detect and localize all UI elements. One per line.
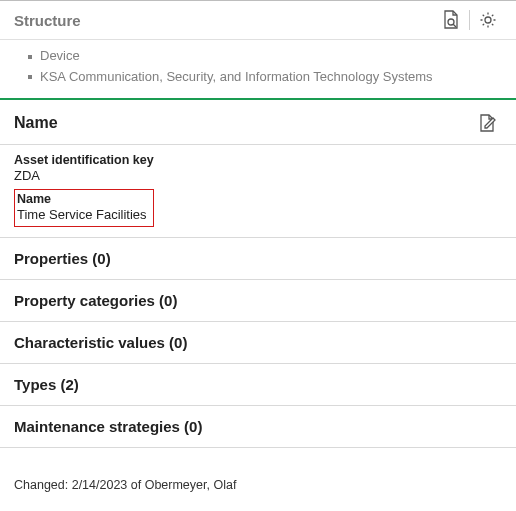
section-types[interactable]: Types (2) (0, 364, 516, 406)
structure-actions (437, 7, 502, 33)
svg-line-1 (453, 24, 456, 27)
svg-point-0 (448, 19, 454, 25)
asset-key-value: ZDA (14, 168, 502, 183)
name-label: Name (17, 192, 147, 206)
tree-node-child[interactable]: KSA Communication, Security, and Informa… (28, 67, 502, 88)
section-properties[interactable]: Properties (0) (0, 238, 516, 280)
bullet-icon (28, 75, 32, 79)
tree-node-label: KSA Communication, Security, and Informa… (40, 69, 433, 84)
asset-key-label: Asset identification key (14, 153, 502, 167)
changed-footer: Changed: 2/14/2023 of Obermeyer, Olaf (0, 448, 516, 502)
name-value: Time Service Facilities (17, 207, 147, 222)
tree-node-device[interactable]: Device KSA Communication, Security, and … (28, 46, 502, 88)
section-maintenance-strategies[interactable]: Maintenance strategies (0) (0, 406, 516, 448)
structure-tree: Device KSA Communication, Security, and … (0, 40, 516, 100)
document-search-icon[interactable] (437, 7, 465, 33)
name-section-body: Asset identification key ZDA Name Time S… (0, 145, 516, 238)
name-section-header: Name (0, 100, 516, 145)
icon-divider (469, 10, 470, 30)
section-characteristic-values[interactable]: Characteristic values (0) (0, 322, 516, 364)
svg-point-2 (485, 17, 491, 23)
section-property-categories[interactable]: Property categories (0) (0, 280, 516, 322)
structure-title: Structure (14, 12, 437, 29)
edit-icon[interactable] (474, 110, 502, 136)
tree-node-label: Device (40, 48, 80, 63)
name-section-title: Name (14, 114, 474, 132)
gear-icon[interactable] (474, 7, 502, 33)
structure-header: Structure (0, 0, 516, 40)
name-highlight-box: Name Time Service Facilities (14, 189, 154, 227)
bullet-icon (28, 55, 32, 59)
